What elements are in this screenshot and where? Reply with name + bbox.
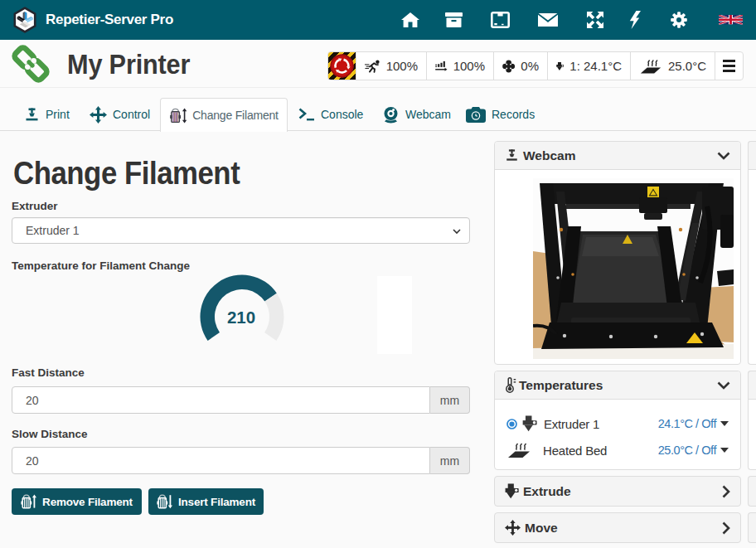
svg-text:210: 210 [227,308,255,327]
